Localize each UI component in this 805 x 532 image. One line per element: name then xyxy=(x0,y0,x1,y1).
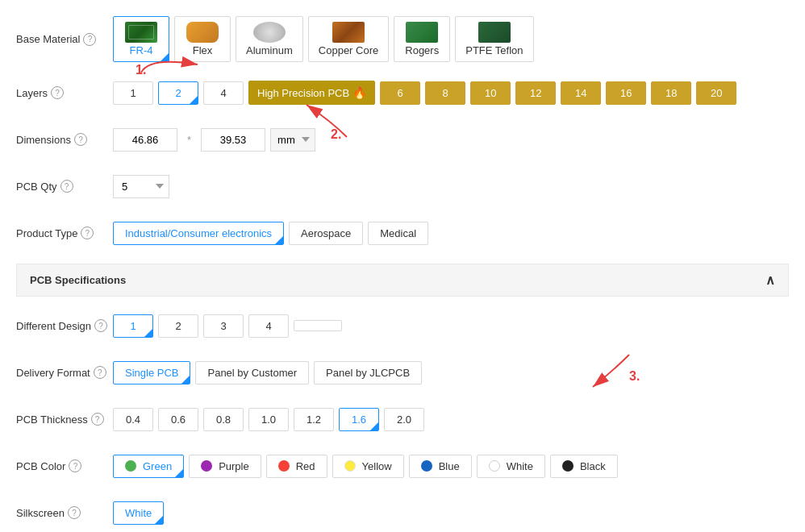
copper-icon xyxy=(332,22,365,43)
ptfe-icon xyxy=(478,22,511,43)
dimension-separator: * xyxy=(187,134,191,146)
dimensions-row: Dimensions ? * mm in xyxy=(16,123,789,156)
product-type-help-icon[interactable]: ? xyxy=(81,227,94,239)
different-design-custom-btn[interactable] xyxy=(294,320,342,331)
pcb-color-help-icon[interactable]: ? xyxy=(69,459,81,472)
dimension-width-input[interactable] xyxy=(113,128,177,152)
different-design-label: Different Design ? xyxy=(16,319,113,332)
delivery-format-row: Delivery Format ? Single PCB Panel by Cu… xyxy=(16,356,789,389)
base-material-copper-btn[interactable]: Copper Core xyxy=(308,16,389,62)
layers-help-icon[interactable]: ? xyxy=(51,86,64,99)
base-material-label: Base Material ? xyxy=(16,33,113,46)
different-design-1-btn[interactable]: 1 xyxy=(113,314,153,338)
dimensions-help-icon[interactable]: ? xyxy=(74,133,87,146)
delivery-format-options: Single PCB Panel by Customer Panel by JL… xyxy=(113,361,789,384)
base-material-aluminum-btn[interactable]: Aluminum xyxy=(236,16,303,62)
color-black-btn[interactable]: Black xyxy=(550,455,618,478)
layers-20-btn[interactable]: 20 xyxy=(696,81,736,105)
different-design-3-btn[interactable]: 3 xyxy=(203,314,244,338)
different-design-options: 1 2 3 4 xyxy=(113,314,789,338)
layers-10-btn[interactable]: 10 xyxy=(470,81,511,105)
pcb-color-options: Green Purple Red Yellow Blue White xyxy=(113,455,789,478)
thickness-1-6-btn[interactable]: 1.6 xyxy=(339,408,379,431)
pcb-color-row: PCB Color ? Green Purple Red Yellow xyxy=(16,450,789,482)
yellow-dot xyxy=(344,460,356,472)
rogers-icon xyxy=(406,22,438,43)
color-green-btn[interactable]: Green xyxy=(113,455,184,478)
layers-row: Layers ? 1 2 4 High Precision PCB 🔥 6 8 … xyxy=(16,77,789,109)
black-dot xyxy=(562,460,574,472)
product-type-row: Product Type ? Industrial/Consumer elect… xyxy=(16,217,789,249)
thickness-0-8-btn[interactable]: 0.8 xyxy=(203,408,244,431)
thickness-0-6-btn[interactable]: 0.6 xyxy=(158,408,198,431)
purple-dot xyxy=(201,460,212,472)
layers-2-btn[interactable]: 2 xyxy=(158,81,198,105)
thickness-2-0-btn[interactable]: 2.0 xyxy=(384,408,424,431)
product-type-aerospace-btn[interactable]: Aerospace xyxy=(289,222,363,245)
base-material-ptfe-btn[interactable]: PTFE Teflon xyxy=(455,16,533,62)
dimension-height-input[interactable] xyxy=(201,128,265,152)
pcb-color-label: PCB Color ? xyxy=(16,459,113,472)
rogers-image xyxy=(406,22,438,43)
different-design-2-btn[interactable]: 2 xyxy=(158,314,198,338)
dimensions-label: Dimensions ? xyxy=(16,133,113,146)
different-design-help-icon[interactable]: ? xyxy=(94,319,107,332)
silkscreen-row: Silkscreen ? White xyxy=(16,497,789,529)
product-type-industrial-btn[interactable]: Industrial/Consumer electronics xyxy=(113,222,284,245)
layers-8-btn[interactable]: 8 xyxy=(425,81,465,105)
arrow-3-svg xyxy=(548,339,645,403)
aluminum-image xyxy=(253,22,286,43)
color-red-btn[interactable]: Red xyxy=(266,455,327,478)
pcb-thickness-row: PCB Thickness ? 0.4 0.6 0.8 1.0 1.2 1.6 … xyxy=(16,403,789,435)
pcb-qty-help-icon[interactable]: ? xyxy=(60,180,73,193)
pcb-qty-row: PCB Qty ? 5 10 15 20 25 30 50 75 100 xyxy=(16,170,789,202)
pcb-qty-select[interactable]: 5 10 15 20 25 30 50 75 100 xyxy=(113,175,169,198)
silkscreen-label: Silkscreen ? xyxy=(16,506,113,519)
ptfe-image xyxy=(478,22,511,43)
product-type-options: Industrial/Consumer electronics Aerospac… xyxy=(113,222,789,245)
aluminum-icon xyxy=(253,22,286,43)
color-white-btn[interactable]: White xyxy=(477,455,545,478)
copper-image xyxy=(332,22,365,43)
collapse-icon[interactable]: ∧ xyxy=(765,272,775,288)
color-yellow-btn[interactable]: Yellow xyxy=(332,455,404,478)
layers-14-btn[interactable]: 14 xyxy=(561,81,601,105)
layers-label: Layers ? xyxy=(16,86,113,99)
green-dot xyxy=(125,460,136,472)
white-dot xyxy=(489,460,500,472)
silkscreen-white-btn[interactable]: White xyxy=(113,501,164,525)
delivery-format-label: Delivery Format ? xyxy=(16,366,113,379)
different-design-4-btn[interactable]: 4 xyxy=(248,314,289,338)
layers-12-btn[interactable]: 12 xyxy=(515,81,556,105)
thickness-0-4-btn[interactable]: 0.4 xyxy=(113,408,153,431)
thickness-1-0-btn[interactable]: 1.0 xyxy=(248,408,289,431)
base-material-help-icon[interactable]: ? xyxy=(83,33,96,46)
color-blue-btn[interactable]: Blue xyxy=(409,455,472,478)
base-material-row: Base Material ? FR-4 Flex Alumi xyxy=(16,16,789,62)
product-type-label: Product Type ? xyxy=(16,227,113,239)
silkscreen-help-icon[interactable]: ? xyxy=(68,506,81,519)
delivery-format-help-icon[interactable]: ? xyxy=(94,366,106,379)
pcb-specifications-header: PCB Specifications ∧ xyxy=(16,264,789,297)
delivery-single-btn[interactable]: Single PCB xyxy=(113,361,190,384)
dimensions-inputs: * mm in xyxy=(113,128,789,152)
layers-16-btn[interactable]: 16 xyxy=(606,81,646,105)
pcb-qty-label: PCB Qty ? xyxy=(16,180,113,193)
delivery-panel-jlc-btn[interactable]: Panel by JLCPCB xyxy=(314,361,422,384)
arrow-2-svg xyxy=(282,89,379,153)
different-design-row: Different Design ? 1 2 3 4 xyxy=(16,310,789,342)
pcb-thickness-options: 0.4 0.6 0.8 1.0 1.2 1.6 2.0 xyxy=(113,408,789,431)
thickness-1-2-btn[interactable]: 1.2 xyxy=(294,408,334,431)
pcb-specifications-title: PCB Specifications xyxy=(30,274,126,286)
red-dot xyxy=(278,460,290,472)
color-purple-btn[interactable]: Purple xyxy=(189,455,261,478)
blue-dot xyxy=(421,460,432,472)
layers-18-btn[interactable]: 18 xyxy=(651,81,691,105)
base-material-rogers-btn[interactable]: Rogers xyxy=(394,16,450,62)
delivery-panel-customer-btn[interactable]: Panel by Customer xyxy=(195,361,309,384)
product-type-medical-btn[interactable]: Medical xyxy=(368,222,428,245)
pcb-thickness-help-icon[interactable]: ? xyxy=(91,413,104,426)
silkscreen-options: White xyxy=(113,501,789,525)
pcb-qty-options: 5 10 15 20 25 30 50 75 100 xyxy=(113,175,789,198)
layers-6-btn[interactable]: 6 xyxy=(380,81,420,105)
